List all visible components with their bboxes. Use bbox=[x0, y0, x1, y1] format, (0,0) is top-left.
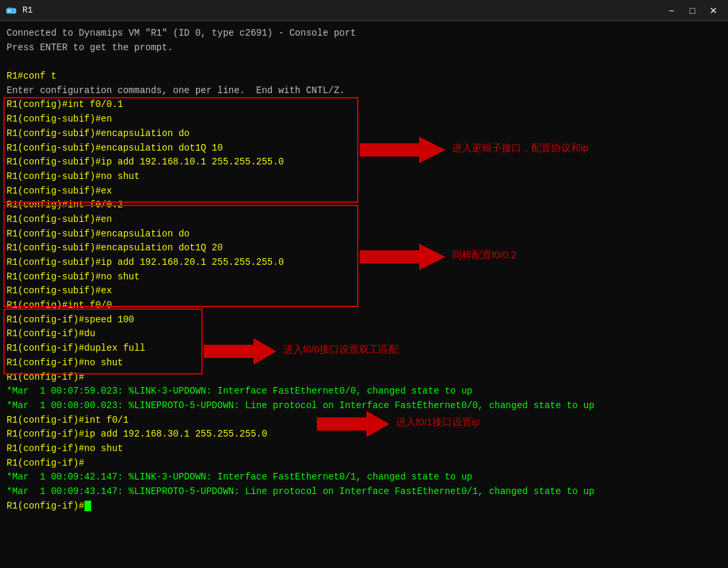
terminal-output: Connected to Dynamips VM "R1" (ID 0, typ… bbox=[7, 26, 721, 513]
title-bar: R1 − □ ✕ bbox=[0, 0, 728, 21]
title-bar-controls: − □ ✕ bbox=[662, 3, 723, 18]
minimize-button[interactable]: − bbox=[662, 3, 680, 18]
cursor bbox=[84, 501, 91, 511]
terminal-area[interactable]: Connected to Dynamips VM "R1" (ID 0, typ… bbox=[0, 21, 728, 568]
window-title: R1 bbox=[22, 5, 33, 15]
svg-point-2 bbox=[10, 10, 11, 11]
maximize-button[interactable]: □ bbox=[683, 3, 702, 18]
title-bar-left: R1 bbox=[5, 5, 33, 17]
close-button[interactable]: ✕ bbox=[704, 3, 723, 18]
svg-point-1 bbox=[8, 10, 9, 11]
svg-point-3 bbox=[12, 10, 13, 11]
router-icon bbox=[5, 5, 17, 17]
